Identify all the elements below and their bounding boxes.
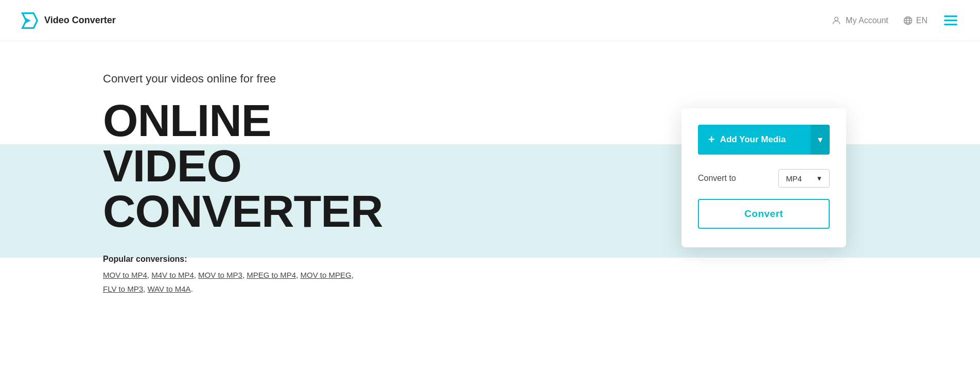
add-media-row: + Add Your Media ▾ — [698, 125, 830, 155]
main-content: Convert your videos online for free ONLI… — [0, 41, 980, 385]
big-title-line3: CONVERTER — [103, 186, 383, 237]
popular-links-list: MOV to MP4, M4V to MP4, MOV to MP3, MPEG… — [103, 268, 463, 296]
language-label: EN — [916, 16, 927, 25]
hero-text: Convert your videos online for free ONLI… — [103, 72, 463, 296]
header: Video Converter My Account EN — [0, 0, 980, 41]
add-media-dropdown-button[interactable]: ▾ — [811, 125, 830, 155]
svg-marker-1 — [25, 18, 31, 23]
add-media-label: Add Your Media — [720, 135, 786, 145]
logo-text: Video Converter — [44, 15, 116, 26]
format-select[interactable]: MP4 MP3 MOV AVI MKV WMV FLV WEBM M4V MPE… — [786, 174, 812, 183]
language-selector[interactable]: EN — [903, 15, 927, 26]
popular-link-mov-mp4[interactable]: MOV to MP4 — [103, 271, 147, 279]
logo-icon — [21, 11, 39, 30]
big-title-line2: VIDEO — [103, 140, 241, 191]
chevron-down-icon: ▾ — [818, 134, 822, 145]
convert-button[interactable]: Convert — [698, 199, 830, 229]
add-media-button[interactable]: + Add Your Media — [698, 125, 811, 155]
format-chevron-icon: ▾ — [817, 174, 821, 183]
plus-icon: + — [708, 133, 715, 146]
popular-link-mov-mp3[interactable]: MOV to MP3 — [198, 271, 242, 279]
my-account-label: My Account — [846, 16, 888, 25]
hamburger-menu[interactable] — [942, 13, 959, 27]
hamburger-line-1 — [944, 15, 957, 17]
hero-big-title: ONLINE VIDEO CONVERTER — [103, 98, 463, 234]
popular-link-m4v-mp4[interactable]: M4V to MP4 — [151, 271, 194, 279]
convert-to-row: Convert to MP4 MP3 MOV AVI MKV WMV FLV W… — [698, 169, 830, 188]
my-account-button[interactable]: My Account — [831, 15, 888, 26]
svg-point-2 — [835, 17, 838, 21]
popular-link-flv-mp3[interactable]: FLV to MP3 — [103, 284, 143, 293]
big-title-line1: ONLINE — [103, 95, 271, 146]
hamburger-line-2 — [944, 20, 957, 21]
convert-to-label: Convert to — [698, 174, 736, 183]
logo-area[interactable]: Video Converter — [21, 11, 116, 30]
popular-link-wav-m4a[interactable]: WAV to M4A — [147, 284, 190, 293]
popular-conversions-label: Popular conversions: — [103, 255, 463, 264]
globe-icon — [903, 15, 913, 26]
header-right: My Account EN — [831, 13, 959, 27]
format-select-container[interactable]: MP4 MP3 MOV AVI MKV WMV FLV WEBM M4V MPE… — [778, 169, 830, 188]
popular-link-mpeg-mp4[interactable]: MPEG to MP4 — [247, 271, 296, 279]
converter-card: + Add Your Media ▾ Convert to MP4 MP3 MO… — [681, 108, 846, 247]
hero-subtitle: Convert your videos online for free — [103, 72, 463, 86]
popular-link-mov-mpeg[interactable]: MOV to MPEG — [300, 271, 351, 279]
user-icon — [831, 15, 842, 26]
hamburger-line-3 — [944, 24, 957, 25]
